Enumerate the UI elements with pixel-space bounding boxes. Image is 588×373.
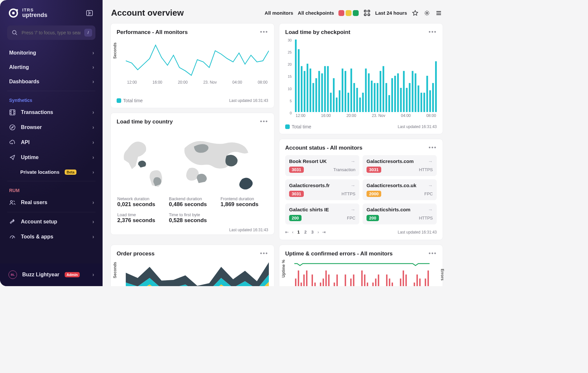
filter-all-monitors[interactable]: All monitors	[265, 10, 293, 16]
sidebar-item-uptime[interactable]: Uptime›	[0, 150, 103, 165]
svg-rect-41	[385, 83, 387, 112]
status-card[interactable]: Galacticshirts.com→200HTTPS	[363, 203, 437, 224]
brand-logo: ITRSuptrends	[8, 8, 80, 19]
film-icon	[9, 109, 16, 116]
pager-next-button[interactable]: ›	[318, 230, 319, 235]
panel-title: Load time by checkpoint	[285, 29, 429, 36]
svg-rect-46	[400, 88, 402, 112]
x-axis-ticks: 12:0016:0020:0023. Nov04:0008:00	[126, 79, 269, 85]
sidebar-item-account-setup[interactable]: Account setup›	[0, 214, 103, 229]
svg-rect-71	[328, 274, 330, 286]
pager-prev-button[interactable]: ‹	[292, 230, 293, 235]
pager-page[interactable]: 2	[304, 229, 307, 235]
svg-rect-39	[380, 71, 381, 112]
panel-menu-button[interactable]: •••	[260, 250, 268, 257]
svg-rect-103	[416, 274, 418, 286]
section-synthetics: Synthetics	[0, 93, 103, 105]
sidebar-item-dashboards[interactable]: Dashboards›	[0, 74, 103, 89]
svg-rect-21	[327, 66, 329, 112]
svg-rect-94	[392, 283, 393, 286]
status-card[interactable]: Galacticresorts.fr→3031HTTPS	[285, 179, 359, 200]
panel-menu-button[interactable]: •••	[260, 118, 268, 125]
panel-menu-button[interactable]: •••	[429, 29, 437, 36]
y-axis-values: 302520151050	[280, 38, 292, 115]
filter-all-checkpoints[interactable]: All checkpoints	[298, 10, 334, 16]
svg-rect-27	[345, 71, 346, 112]
pager-last-button[interactable]: ⇥	[322, 230, 326, 235]
sidebar-item-private-locations[interactable]: Private locations Beta ›	[0, 165, 103, 179]
svg-rect-49	[409, 83, 410, 112]
search-input[interactable]: /	[7, 25, 95, 40]
svg-rect-59	[295, 279, 296, 286]
panel-title: Order process	[117, 251, 260, 257]
pager-page[interactable]: 3	[311, 229, 314, 235]
svg-rect-68	[320, 283, 321, 286]
svg-rect-11	[298, 49, 300, 112]
users-icon	[9, 199, 16, 206]
chevron-right-icon: ›	[92, 154, 94, 160]
panel-load-time-checkpoint: Load time by checkpoint••• 302520151050 …	[279, 23, 443, 134]
panel-menu-button[interactable]: •••	[260, 29, 268, 36]
panel-menu-button[interactable]: •••	[429, 250, 437, 257]
svg-rect-62	[303, 274, 304, 286]
svg-rect-74	[336, 274, 338, 286]
svg-rect-54	[423, 93, 425, 112]
admin-badge: Admin	[65, 272, 80, 277]
status-card[interactable]: Book Resort UK→3031Transaction	[285, 155, 359, 176]
hamburger-icon	[435, 10, 442, 16]
panel-uptime-errors: Uptime & confirmed errors - All monitors…	[279, 245, 443, 286]
chevron-right-icon: ›	[92, 200, 94, 205]
dashboard-picker-button[interactable]	[363, 9, 370, 17]
pager-page[interactable]: 1	[297, 229, 300, 235]
sidebar-item-monitoring[interactable]: Monitoring›	[0, 46, 103, 60]
panel-title: Performance - All monitors	[117, 29, 260, 36]
status-card[interactable]: Galacticresorts.com→3031HTTPS	[363, 155, 437, 176]
svg-rect-61	[301, 283, 302, 286]
search-field[interactable]	[21, 30, 81, 36]
pager: ⇤ ‹ 1 2 3 › ⇥ Last updated 16:31:43	[279, 226, 443, 240]
svg-rect-107	[428, 270, 429, 286]
status-card[interactable]: Galacticresorts.co.uk→2000FPC	[363, 179, 437, 200]
pill-ok[interactable]	[353, 10, 359, 16]
panel-menu-button[interactable]: •••	[429, 144, 437, 151]
favorite-button[interactable]	[412, 9, 419, 17]
area-chart	[126, 261, 269, 286]
status-card[interactable]: Galactic shirts IE→200FPC	[285, 203, 359, 224]
svg-rect-55	[426, 76, 428, 112]
sidebar-item-transactions[interactable]: Transactions›	[0, 105, 103, 120]
svg-rect-24	[336, 98, 337, 112]
svg-point-2	[16, 9, 18, 11]
svg-rect-56	[429, 90, 431, 112]
sidebar-item-real-users[interactable]: Real users›	[0, 195, 103, 210]
svg-rect-70	[325, 270, 327, 286]
chevron-right-icon: ›	[92, 219, 94, 225]
svg-rect-30	[353, 83, 355, 112]
sidebar-item-alerting[interactable]: Alerting›	[0, 60, 103, 74]
gauge-icon	[9, 234, 16, 240]
pager-first-button[interactable]: ⇤	[285, 230, 289, 235]
svg-rect-25	[339, 90, 340, 112]
svg-rect-99	[405, 274, 407, 286]
chevron-right-icon: ›	[92, 109, 94, 115]
sidebar-item-tools-apps[interactable]: Tools & apps›	[0, 229, 103, 244]
svg-rect-47	[403, 71, 405, 112]
time-range[interactable]: Last 24 hours	[375, 10, 407, 16]
status-filter-pills[interactable]	[338, 10, 359, 16]
svg-rect-5	[10, 110, 15, 115]
sidebar-user-menu[interactable]: BL Buzz Lightyear Admin ›	[0, 263, 103, 286]
chevron-right-icon: ›	[92, 124, 94, 130]
menu-button[interactable]	[435, 9, 442, 17]
pill-error[interactable]	[338, 10, 344, 16]
sidebar-item-browser[interactable]: Browser›	[0, 120, 103, 135]
svg-rect-104	[419, 279, 420, 286]
svg-rect-58	[435, 61, 437, 112]
pill-warn[interactable]	[346, 10, 351, 16]
settings-button[interactable]	[423, 9, 431, 17]
svg-rect-85	[367, 283, 368, 286]
world-map[interactable]	[111, 128, 274, 194]
collapse-sidebar-button[interactable]	[84, 7, 95, 19]
svg-rect-18	[318, 71, 320, 112]
svg-rect-26	[342, 69, 343, 112]
legend-label: Total time	[123, 98, 143, 103]
sidebar-item-api[interactable]: API›	[0, 135, 103, 150]
